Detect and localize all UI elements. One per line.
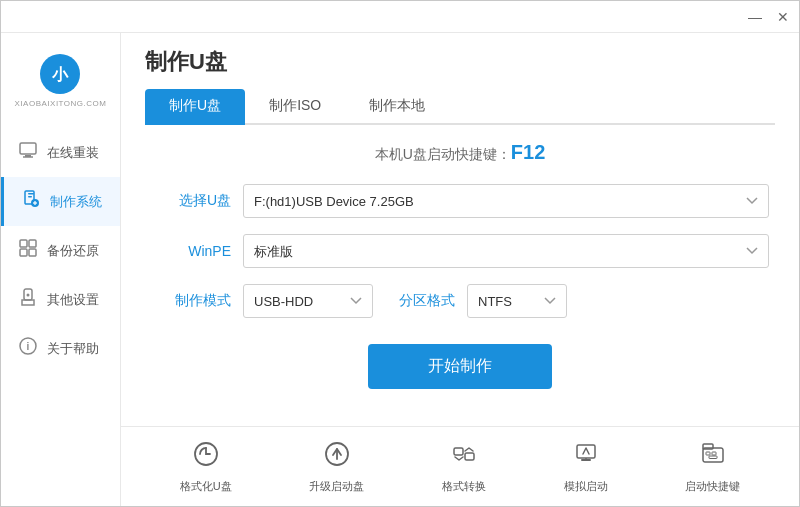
- start-button[interactable]: 开始制作: [368, 344, 552, 389]
- page-title: 制作U盘: [145, 47, 775, 77]
- logo-area: 小 XIAOBAIXITONG.COM: [15, 43, 107, 128]
- svg-point-16: [27, 294, 30, 297]
- sidebar-label-backup-restore: 备份还原: [47, 242, 99, 260]
- winpe-dropdown[interactable]: 标准版: [243, 234, 769, 268]
- sidebar-label-make-system: 制作系统: [50, 193, 102, 211]
- toolbar-item-format-usb[interactable]: 格式化U盘: [180, 440, 232, 494]
- svg-rect-31: [703, 444, 713, 449]
- svg-rect-22: [454, 448, 463, 455]
- sidebar-label-online-reinstall: 在线重装: [47, 144, 99, 162]
- svg-rect-28: [706, 452, 710, 455]
- sidebar-nav: 在线重装 制作系统: [1, 128, 120, 373]
- make-system-icon: [20, 189, 42, 214]
- svg-rect-29: [712, 452, 716, 455]
- title-bar-controls: — ✕: [747, 9, 791, 25]
- sidebar-item-make-system[interactable]: 制作系统: [1, 177, 120, 226]
- toolbar-item-upgrade-boot[interactable]: 升级启动盘: [309, 440, 364, 494]
- shortcut-hint-text: 本机U盘启动快捷键：: [375, 146, 511, 162]
- tabs: 制作U盘 制作ISO 制作本地: [145, 89, 775, 125]
- toolbar-label-boot-shortcut: 启动快捷键: [685, 479, 740, 494]
- backup-restore-icon: [17, 238, 39, 263]
- svg-rect-13: [20, 249, 27, 256]
- toolbar-label-simulate-boot: 模拟启动: [564, 479, 608, 494]
- tab-make-usb[interactable]: 制作U盘: [145, 89, 245, 125]
- toolbar-item-format-convert[interactable]: 格式转换: [442, 440, 486, 494]
- upgrade-boot-icon: [323, 440, 351, 474]
- close-button[interactable]: ✕: [775, 9, 791, 25]
- toolbar-item-boot-shortcut[interactable]: 启动快捷键: [685, 440, 740, 494]
- content-header: 制作U盘 制作U盘 制作ISO 制作本地: [121, 33, 799, 125]
- svg-rect-23: [465, 453, 474, 460]
- online-reinstall-icon: [17, 140, 39, 165]
- svg-text:小: 小: [51, 66, 69, 83]
- other-settings-icon: [17, 287, 39, 312]
- svg-rect-2: [20, 143, 36, 154]
- main-layout: 小 XIAOBAIXITONG.COM 在线重装: [1, 33, 799, 506]
- about-help-icon: i: [17, 336, 39, 361]
- boot-shortcut-icon: [699, 440, 727, 474]
- winpe-label: WinPE: [151, 243, 231, 259]
- tab-make-iso[interactable]: 制作ISO: [245, 89, 345, 125]
- title-bar: — ✕: [1, 1, 799, 33]
- form-row-winpe: WinPE 标准版: [151, 234, 769, 268]
- svg-rect-12: [29, 240, 36, 247]
- toolbar-item-simulate-boot[interactable]: 模拟启动: [564, 440, 608, 494]
- toolbar-label-upgrade-boot: 升级启动盘: [309, 479, 364, 494]
- sidebar-item-online-reinstall[interactable]: 在线重装: [1, 128, 120, 177]
- tab-make-local[interactable]: 制作本地: [345, 89, 449, 125]
- svg-rect-14: [29, 249, 36, 256]
- sidebar: 小 XIAOBAIXITONG.COM 在线重装: [1, 33, 121, 506]
- sidebar-item-about-help[interactable]: i 关于帮助: [1, 324, 120, 373]
- svg-rect-11: [20, 240, 27, 247]
- svg-rect-24: [577, 445, 595, 458]
- toolbar-label-format-convert: 格式转换: [442, 479, 486, 494]
- svg-rect-6: [28, 193, 34, 195]
- make-mode-dropdown[interactable]: USB-HDD: [243, 284, 373, 318]
- sidebar-label-other-settings: 其他设置: [47, 291, 99, 309]
- shortcut-key: F12: [511, 141, 545, 163]
- sidebar-item-other-settings[interactable]: 其他设置: [1, 275, 120, 324]
- format-usb-icon: [192, 440, 220, 474]
- shortcut-hint: 本机U盘启动快捷键：F12: [151, 141, 769, 164]
- make-mode-label: 制作模式: [151, 292, 231, 310]
- sidebar-label-about-help: 关于帮助: [47, 340, 99, 358]
- select-usb-dropdown[interactable]: F:(hd1)USB Device 7.25GB: [243, 184, 769, 218]
- toolbar-label-format-usb: 格式化U盘: [180, 479, 232, 494]
- format-convert-icon: [450, 440, 478, 474]
- svg-rect-30: [709, 456, 717, 459]
- partition-format-dropdown[interactable]: NTFS: [467, 284, 567, 318]
- app-logo: 小: [39, 53, 81, 95]
- form-row-select-usb: 选择U盘 F:(hd1)USB Device 7.25GB: [151, 184, 769, 218]
- start-button-container: 开始制作: [151, 334, 769, 389]
- main-window: — ✕ 小 XIAOBAIXITONG.COM: [0, 0, 800, 507]
- form-row-mode-format: 制作模式 USB-HDD 分区格式 NTFS: [151, 284, 769, 318]
- svg-text:i: i: [27, 341, 30, 352]
- select-usb-label: 选择U盘: [151, 192, 231, 210]
- logo-subtitle: XIAOBAIXITONG.COM: [15, 99, 107, 108]
- partition-format-label: 分区格式: [385, 292, 455, 310]
- simulate-boot-icon: [572, 440, 600, 474]
- bottom-toolbar: 格式化U盘 升级启动盘: [121, 426, 799, 506]
- minimize-button[interactable]: —: [747, 9, 763, 25]
- svg-rect-7: [28, 196, 32, 198]
- content-body: 本机U盘启动快捷键：F12 选择U盘 F:(hd1)USB Device 7.2…: [121, 125, 799, 426]
- content-area: 制作U盘 制作U盘 制作ISO 制作本地 本机U盘启动快捷键：F12 选择U盘 …: [121, 33, 799, 506]
- sidebar-item-backup-restore[interactable]: 备份还原: [1, 226, 120, 275]
